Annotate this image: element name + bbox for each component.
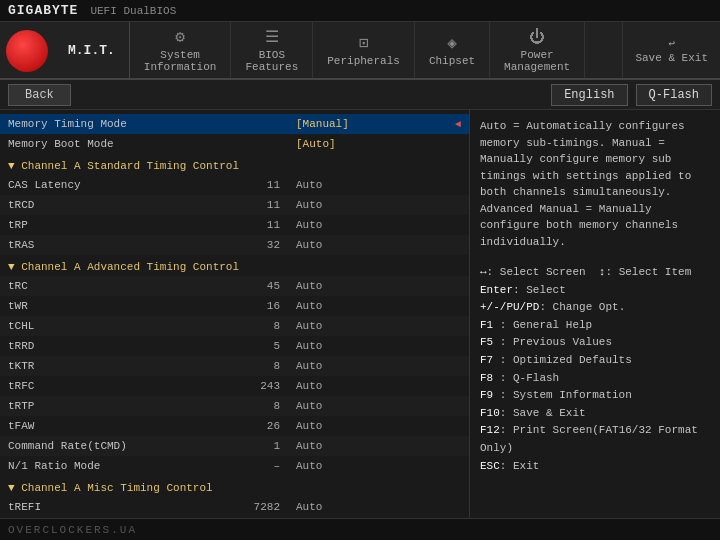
- setting-mode: Auto: [288, 199, 461, 211]
- peripherals-icon: ⊡: [359, 33, 369, 53]
- right-panel: Auto = Automatically configures memory s…: [470, 110, 720, 518]
- table-row[interactable]: tRAS32Auto: [0, 235, 469, 255]
- keybind-row: F9 : System Information: [480, 387, 710, 405]
- setting-name: tRP: [8, 219, 208, 231]
- setting-mode: [Auto]: [288, 138, 461, 150]
- setting-name: tREFI: [8, 501, 208, 513]
- setting-name: tKTR: [8, 360, 208, 372]
- setting-value: 8: [208, 360, 288, 372]
- keybind-row: F12: Print Screen(FAT16/32 Format Only): [480, 422, 710, 457]
- setting-value: 32: [208, 239, 288, 251]
- table-row[interactable]: tRTP8Auto: [0, 396, 469, 416]
- keybind-row: ↔: Select Screen ↕: Select Item: [480, 264, 710, 282]
- selected-indicator: ◄: [455, 119, 461, 130]
- nav-bios-features[interactable]: ☰ BIOSFeatures: [231, 22, 313, 78]
- section-header: ▼ Channel A Standard Timing Control: [0, 154, 469, 175]
- table-row[interactable]: N/1 Ratio Mode–Auto: [0, 456, 469, 476]
- table-row[interactable]: tRFC243Auto: [0, 376, 469, 396]
- keybind-row: F1 : General Help: [480, 317, 710, 335]
- system-information-icon: ⚙: [175, 27, 185, 47]
- save-exit-icon: ↩: [668, 37, 675, 50]
- keybind-row: F10: Save & Exit: [480, 405, 710, 423]
- setting-name: Command Rate(tCMD): [8, 440, 208, 452]
- table-row[interactable]: tRRD5Auto: [0, 336, 469, 356]
- help-text: Auto = Automatically configures memory s…: [480, 118, 710, 250]
- setting-value: 11: [208, 199, 288, 211]
- chipset-icon: ◈: [447, 33, 457, 53]
- nav-system-information[interactable]: ⚙ SystemInformation: [130, 22, 232, 78]
- setting-value: 8: [208, 400, 288, 412]
- scroll-indicator-down: ▼: [0, 517, 469, 518]
- table-row[interactable]: Memory Boot Mode[Auto]: [0, 134, 469, 154]
- keybind-row: ESC: Exit: [480, 458, 710, 476]
- action-bar: Back English Q-Flash: [0, 80, 720, 110]
- qflash-button[interactable]: Q-Flash: [636, 84, 712, 106]
- table-row[interactable]: tRCD11Auto: [0, 195, 469, 215]
- table-row[interactable]: tRP11Auto: [0, 215, 469, 235]
- setting-mode: Auto: [288, 300, 461, 312]
- table-row[interactable]: tKTR8Auto: [0, 356, 469, 376]
- setting-name: N/1 Ratio Mode: [8, 460, 208, 472]
- power-management-icon: ⏻: [529, 28, 545, 47]
- table-row[interactable]: tWR16Auto: [0, 296, 469, 316]
- setting-mode: Auto: [288, 219, 461, 231]
- setting-name: tRFC: [8, 380, 208, 392]
- nav-power-management-label: PowerManagement: [504, 49, 570, 73]
- setting-mode: [Manual]: [288, 118, 455, 130]
- setting-name: tRAS: [8, 239, 208, 251]
- left-panel: Memory Timing Mode[Manual]◄Memory Boot M…: [0, 110, 470, 518]
- table-row[interactable]: tCHL8Auto: [0, 316, 469, 336]
- bios-features-icon: ☰: [265, 27, 279, 47]
- setting-value: 1: [208, 440, 288, 452]
- setting-mode: Auto: [288, 501, 461, 513]
- table-row[interactable]: CAS Latency11Auto: [0, 175, 469, 195]
- nav-bar: M.I.T. ⚙ SystemInformation ☰ BIOSFeature…: [0, 22, 720, 80]
- keybind-row: F5 : Previous Values: [480, 334, 710, 352]
- setting-name: tRCD: [8, 199, 208, 211]
- nav-mit[interactable]: M.I.T.: [54, 22, 130, 78]
- main-content: Memory Timing Mode[Manual]◄Memory Boot M…: [0, 110, 720, 518]
- setting-name: tWR: [8, 300, 208, 312]
- nav-power-management[interactable]: ⏻ PowerManagement: [490, 22, 585, 78]
- nav-chipset[interactable]: ◈ Chipset: [415, 22, 490, 78]
- keybind-section: ↔: Select Screen ↕: Select ItemEnter: Se…: [480, 264, 710, 475]
- setting-mode: Auto: [288, 340, 461, 352]
- nav-save-exit[interactable]: ↩ Save & Exit: [622, 22, 720, 78]
- table-row[interactable]: tREFI7282Auto: [0, 497, 469, 517]
- table-row[interactable]: Memory Timing Mode[Manual]◄: [0, 114, 469, 134]
- nav-chipset-label: Chipset: [429, 55, 475, 67]
- back-button[interactable]: Back: [8, 84, 71, 106]
- setting-value: 8: [208, 320, 288, 332]
- table-row[interactable]: Command Rate(tCMD)1Auto: [0, 436, 469, 456]
- setting-value: 11: [208, 179, 288, 191]
- setting-name: CAS Latency: [8, 179, 208, 191]
- setting-name: tRC: [8, 280, 208, 292]
- setting-name: Memory Boot Mode: [8, 138, 208, 150]
- keybind-row: F8 : Q-Flash: [480, 370, 710, 388]
- setting-name: tCHL: [8, 320, 208, 332]
- brand-dualbios: UEFI DualBIOS: [90, 5, 176, 17]
- brand-gigabyte: GIGABYTE: [8, 3, 78, 18]
- setting-mode: Auto: [288, 360, 461, 372]
- top-bar: GIGABYTE UEFI DualBIOS: [0, 0, 720, 22]
- language-button[interactable]: English: [551, 84, 627, 106]
- nav-system-information-label: SystemInformation: [144, 49, 217, 73]
- nav-peripherals[interactable]: ⊡ Peripherals: [313, 22, 415, 78]
- keybind-row: Enter: Select: [480, 282, 710, 300]
- section-header: ▼ Channel A Misc Timing Control: [0, 476, 469, 497]
- nav-spacer: [585, 22, 622, 78]
- setting-value: 7282: [208, 501, 288, 513]
- table-row[interactable]: tRC45Auto: [0, 276, 469, 296]
- setting-name: Memory Timing Mode: [8, 118, 208, 130]
- keybind-row: F7 : Optimized Defaults: [480, 352, 710, 370]
- section-header: ▼ Channel A Advanced Timing Control: [0, 255, 469, 276]
- setting-value: 16: [208, 300, 288, 312]
- setting-mode: Auto: [288, 460, 461, 472]
- table-row[interactable]: tFAW26Auto: [0, 416, 469, 436]
- setting-value: 243: [208, 380, 288, 392]
- setting-mode: Auto: [288, 440, 461, 452]
- nav-save-exit-label: Save & Exit: [635, 52, 708, 64]
- setting-value: 45: [208, 280, 288, 292]
- setting-mode: Auto: [288, 400, 461, 412]
- setting-mode: Auto: [288, 179, 461, 191]
